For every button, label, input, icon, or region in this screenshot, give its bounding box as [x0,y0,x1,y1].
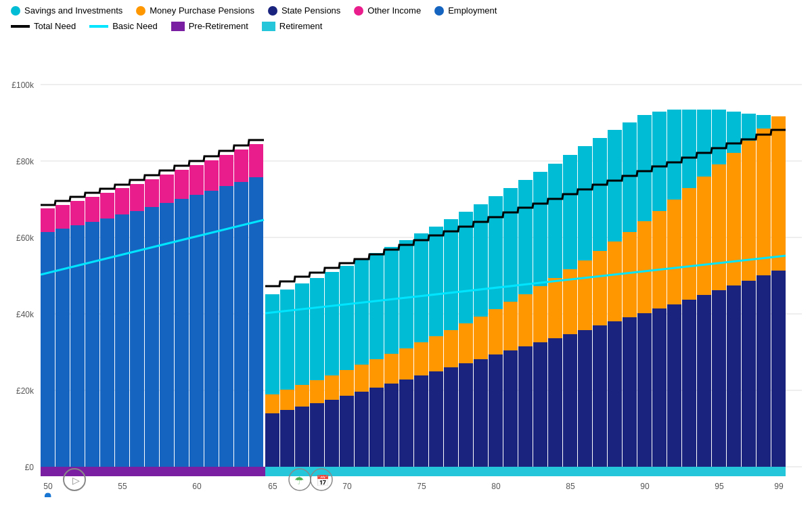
bar-93-savings [682,110,696,188]
bar-54-emp [100,218,114,467]
legend-label-employment: Employment [448,5,497,16]
bar-60-other [189,165,204,195]
bar-72-state [369,388,384,467]
bar-65-state [265,413,279,467]
legend-label-other: Other Income [367,5,421,16]
bar-80-mpp [489,309,503,354]
pre-retirement-bars [41,144,263,467]
total-need-line [11,25,30,28]
bar-68-state [310,403,324,467]
bar-75-savings [414,233,428,342]
bar-91-mpp [652,211,667,308]
x-label-50: 50 [43,482,53,491]
bar-79-state [474,359,488,467]
bar-92-mpp [667,200,681,304]
x-label-85: 85 [566,482,575,491]
bar-56-other [130,184,144,211]
bar-97-savings [742,114,756,141]
bar-83-savings [533,172,547,286]
retirement-bars [265,110,786,467]
bar-90-mpp [637,221,652,313]
bar-86-mpp [578,260,592,330]
bar-74-state [399,380,413,467]
bar-51-other [55,205,70,229]
bar-74-mpp [399,348,413,380]
bar-96-state [727,285,741,467]
bar-63-other [234,150,248,182]
bar-66-mpp [280,390,294,410]
bar-84-mpp [548,278,562,338]
bar-86-savings [578,146,592,260]
bar-50-other [41,208,55,232]
bar-95-mpp [712,164,726,290]
legend-item-employment: Employment [434,5,497,16]
bar-89-savings [623,122,637,232]
y-label-80k: £80k [16,157,35,166]
x-label-60: 60 [192,482,202,491]
bar-69-state [325,400,339,467]
legend-label-pre-retirement: Pre-Retirement [189,21,248,31]
legend: Savings and Investments Money Purchase P… [0,0,812,37]
bar-52-other [70,201,85,225]
bar-99-mpp [771,116,786,271]
umbrella-icon[interactable]: ☂ [294,475,304,486]
bar-87-state [593,325,607,467]
bar-91-state [652,308,667,467]
bar-90-state [637,313,652,467]
bar-88-savings [608,130,622,242]
calendar-icon[interactable]: 📅 [316,474,330,487]
bar-89-mpp [623,232,637,317]
bar-57-other [145,179,159,207]
bar-87-savings [593,138,607,251]
legend-item-other: Other Income [354,5,421,16]
chart-container: Savings and Investments Money Purchase P… [0,0,812,506]
bar-71-savings [355,260,369,365]
retirement-rect [262,22,275,31]
person-icon: 👤 [42,492,54,497]
bar-93-state [682,300,696,467]
bar-94-mpp [697,177,711,295]
y-label-40k: £40k [16,310,35,319]
bar-71-state [355,392,369,467]
bar-83-state [533,342,547,467]
legend-item-basic-need: Basic Need [89,21,157,31]
employment-color-dot [434,6,444,16]
bar-84-state [548,338,562,467]
bar-78-mpp [459,323,473,363]
y-label-20k: £20k [16,386,35,396]
x-label-90: 90 [640,482,650,491]
bar-55-other [115,188,129,214]
bar-90-savings [637,115,652,221]
bar-86-state [578,330,592,467]
legend-item-savings: Savings and Investments [11,5,122,16]
play-icon[interactable]: ▷ [72,475,80,486]
bar-80-savings [489,196,503,309]
bar-55-emp [115,214,129,467]
bar-69-savings [325,272,339,375]
bar-98-state [757,275,771,467]
bar-77-state [444,367,458,467]
y-label-60k: £60k [16,233,35,243]
bar-93-mpp [682,188,696,300]
legend-label-savings: Savings and Investments [24,5,122,16]
bar-80-state [489,354,503,467]
bar-75-mpp [414,342,428,375]
basic-need-line [89,25,108,28]
bar-76-state [429,371,443,467]
bar-73-mpp [384,354,399,384]
legend-label-retirement: Retirement [279,21,323,31]
bar-76-savings [429,227,443,336]
legend-label-total-need: Total Need [34,21,76,31]
bar-82-state [518,346,533,467]
bar-70-mpp [340,370,354,396]
y-label-0: £0 [25,463,35,472]
legend-item-mpp: Money Purchase Pensions [136,5,254,16]
legend-item-retirement: Retirement [262,21,323,31]
x-label-95: 95 [715,482,724,491]
mpp-color-dot [136,6,145,16]
bar-68-savings [310,278,324,380]
legend-item-state: State Pensions [268,5,340,16]
bar-72-mpp [369,359,384,388]
bar-66-savings [280,290,294,390]
bar-94-savings [697,110,711,177]
